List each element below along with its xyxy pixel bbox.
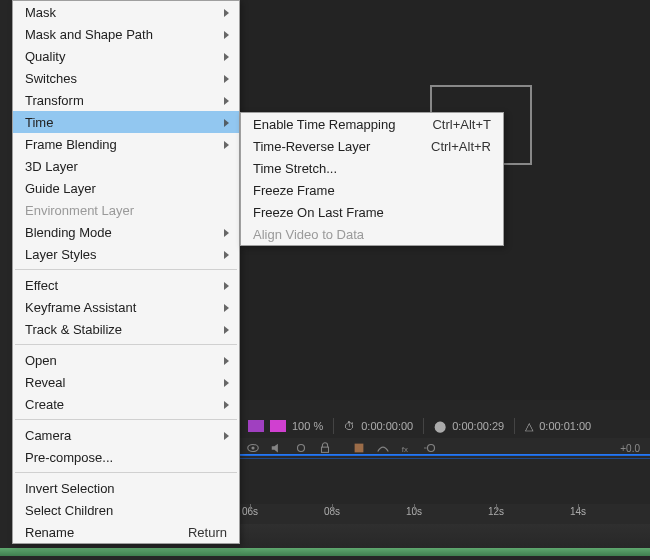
menu-item-effect[interactable]: Effect [13, 274, 239, 296]
submenu-item-time-stretch-[interactable]: Time Stretch... [241, 157, 503, 179]
time-delta: 0:00:01:00 [539, 420, 591, 432]
menu-item-mask-and-shape-path[interactable]: Mask and Shape Path [13, 23, 239, 45]
fx-icon[interactable]: fx [400, 441, 414, 455]
time-current[interactable]: 0:00:00:00 [361, 420, 413, 432]
submenu-item-enable-time-remapping[interactable]: Enable Time RemappingCtrl+Alt+T [241, 113, 503, 135]
submenu-arrow-icon [224, 428, 229, 443]
submenu-arrow-icon [224, 322, 229, 337]
menu-item-time[interactable]: Time [13, 111, 239, 133]
submenu-arrow-icon [224, 5, 229, 20]
submenu-arrow-icon [224, 300, 229, 315]
submenu-item-freeze-on-last-frame[interactable]: Freeze On Last Frame [241, 201, 503, 223]
menu-item-layer-styles[interactable]: Layer Styles [13, 243, 239, 265]
submenu-arrow-icon [224, 375, 229, 390]
eye-icon[interactable] [246, 441, 260, 455]
menu-item-frame-blending[interactable]: Frame Blending [13, 133, 239, 155]
menu-item-keyframe-assistant[interactable]: Keyframe Assistant [13, 296, 239, 318]
menu-shortcut: Ctrl+Alt+T [432, 117, 491, 132]
time-submenu: Enable Time RemappingCtrl+Alt+TTime-Reve… [240, 112, 504, 246]
submenu-arrow-icon [224, 115, 229, 130]
svg-text:fx: fx [402, 445, 408, 454]
submenu-item-freeze-frame[interactable]: Freeze Frame [241, 179, 503, 201]
submenu-arrow-icon [224, 27, 229, 42]
menu-item-guide-layer[interactable]: Guide Layer [13, 177, 239, 199]
menu-item-reveal[interactable]: Reveal [13, 371, 239, 393]
menu-item-rename[interactable]: RenameReturn [13, 521, 239, 543]
delta-icon: △ [525, 420, 533, 433]
zoom-value[interactable]: 100 % [292, 420, 323, 432]
timeline-workarea-bar-shadow [240, 458, 650, 459]
menu-item-blending-mode[interactable]: Blending Mode [13, 221, 239, 243]
preview-toolbar: 100 % ⏱ 0:00:00:00 ⬤ 0:00:00:29 △ 0:00:0… [240, 414, 650, 438]
menu-item-camera[interactable]: Camera [13, 424, 239, 446]
lock-icon[interactable] [318, 441, 332, 455]
time-duration: 0:00:00:29 [452, 420, 504, 432]
menu-shortcut: Return [188, 525, 227, 540]
submenu-arrow-icon [224, 247, 229, 262]
submenu-arrow-icon [224, 49, 229, 64]
motion-blur-icon[interactable] [424, 441, 438, 455]
menu-item-invert-selection[interactable]: Invert Selection [13, 477, 239, 499]
menu-item-transform[interactable]: Transform [13, 89, 239, 111]
speaker-icon[interactable] [270, 441, 284, 455]
color-swatch[interactable] [248, 420, 264, 432]
svg-point-4 [298, 445, 305, 452]
svg-rect-6 [355, 444, 364, 453]
svg-point-8 [428, 445, 435, 452]
menu-item-pre-compose-[interactable]: Pre-compose... [13, 446, 239, 468]
menu-item-mask[interactable]: Mask [13, 1, 239, 23]
menu-item-create[interactable]: Create [13, 393, 239, 415]
time-icon: ⏱ [344, 420, 355, 432]
svg-rect-5 [322, 447, 329, 452]
menu-item-open[interactable]: Open [13, 349, 239, 371]
menu-item-quality[interactable]: Quality [13, 45, 239, 67]
menu-shortcut: Ctrl+Alt+R [431, 139, 491, 154]
submenu-arrow-icon [224, 353, 229, 368]
layer-context-menu: MaskMask and Shape PathQualitySwitchesTr… [12, 0, 240, 544]
menu-item-3d-layer[interactable]: 3D Layer [13, 155, 239, 177]
label-icon[interactable] [352, 441, 366, 455]
menu-item-switches[interactable]: Switches [13, 67, 239, 89]
svg-point-3 [251, 446, 254, 449]
submenu-arrow-icon [224, 93, 229, 108]
shy-icon[interactable] [376, 441, 390, 455]
submenu-arrow-icon [224, 278, 229, 293]
submenu-arrow-icon [224, 137, 229, 152]
submenu-arrow-icon [224, 225, 229, 240]
time-offset: +0.0 [620, 443, 640, 454]
cache-bar [0, 548, 650, 556]
submenu-arrow-icon [224, 397, 229, 412]
menu-item-select-children[interactable]: Select Children [13, 499, 239, 521]
menu-item-track-stabilize[interactable]: Track & Stabilize [13, 318, 239, 340]
solo-icon[interactable] [294, 441, 308, 455]
color-swatch[interactable] [270, 420, 286, 432]
full-icon: ⬤ [434, 420, 446, 433]
timeline-workarea-bar[interactable] [240, 454, 650, 456]
submenu-item-time-reverse-layer[interactable]: Time-Reverse LayerCtrl+Alt+R [241, 135, 503, 157]
menu-item-environment-layer: Environment Layer [13, 199, 239, 221]
submenu-arrow-icon [224, 71, 229, 86]
submenu-item-align-video-to-data: Align Video to Data [241, 223, 503, 245]
timeline-ruler[interactable]: 06s08s10s12s14s [240, 504, 650, 524]
